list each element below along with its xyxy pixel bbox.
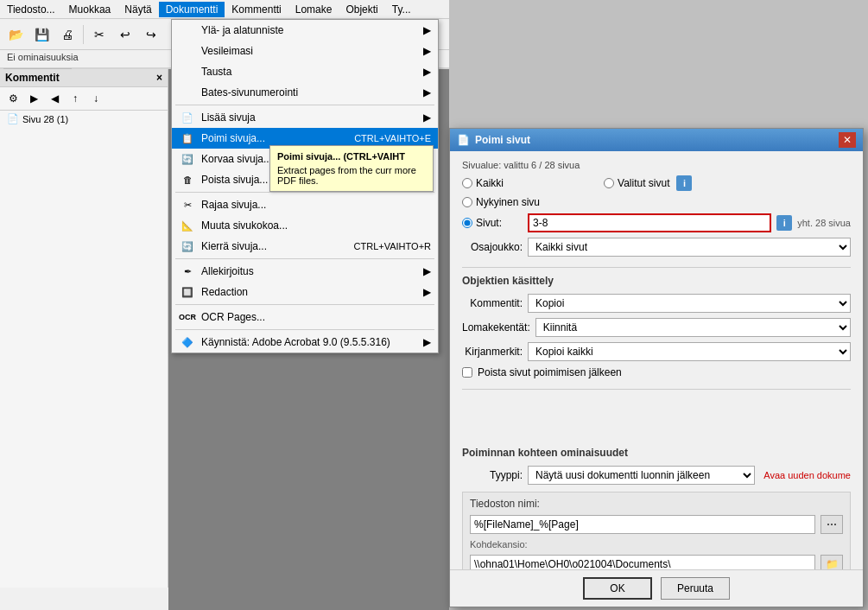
sivut-info: yht. 28 sivua — [797, 218, 851, 228]
kohdekansio-label: Kohdekansio: — [470, 539, 548, 550]
menu-objekti[interactable]: Objekti — [339, 2, 384, 17]
kommentit-select[interactable]: Kopioi — [528, 294, 851, 313]
kierra-sivuja-icon: 🔄 — [179, 239, 196, 253]
dialog-title-icon: 📄 — [457, 134, 470, 146]
poista-sivuja-icon: 🗑 — [179, 173, 196, 187]
side-panel-item[interactable]: 📄 Sivu 28 (1) — [0, 111, 168, 127]
ok-button[interactable]: OK — [583, 577, 652, 600]
side-panel: Kommentit × ⚙ ▶ ◀ ↑ ↓ 📄 Sivu 28 (1) — [0, 69, 168, 588]
undo-button[interactable]: ↩ — [113, 22, 137, 47]
menu-dokumentti[interactable]: Dokumentti — [159, 2, 225, 17]
poimi-sivuja-icon: 📋 — [179, 131, 196, 145]
side-panel-expand-btn[interactable]: ▶ — [24, 89, 43, 108]
tooltip-title: Poimi sivuja... (CTRL+VAIHT — [277, 151, 426, 162]
menu-item-tausta[interactable]: Tausta ▶ — [172, 61, 438, 82]
yla-alatunniste-icon — [179, 23, 196, 37]
save-button[interactable]: 💾 — [29, 22, 54, 47]
acrobat-icon: 🔷 — [179, 335, 196, 349]
radio-nykyinen-input[interactable] — [462, 197, 472, 207]
redo-button[interactable]: ↪ — [139, 22, 163, 47]
menu-item-redaction[interactable]: 🔲 Redaction ▶ — [172, 282, 438, 302]
radio-valitut[interactable]: Valitut sivut i — [604, 175, 692, 191]
menu-sep-2 — [175, 192, 434, 193]
menu-kommentti[interactable]: Kommentti — [225, 2, 288, 17]
side-panel-close-btn[interactable]: × — [156, 72, 162, 84]
radio-kaikki[interactable]: Kaikki — [462, 177, 504, 189]
poista-checkbox[interactable] — [462, 367, 472, 378]
menu-item-kaynnistaacrobat[interactable]: 🔷 Käynnistä: Adobe Acrobat 9.0 (9.5.5.31… — [172, 332, 438, 353]
radio-kaikki-input[interactable] — [462, 178, 472, 188]
lomakekentät-label: Lomakekentät: — [462, 321, 530, 334]
menu-item-yla-alatunniste-label: Ylä- ja alatunniste — [201, 24, 420, 36]
cut-button[interactable]: ✂ — [87, 22, 111, 47]
radio-sivut-label: Sivut: — [476, 217, 502, 229]
peruuta-button[interactable]: Peruuta — [661, 577, 730, 600]
open-button[interactable]: 📂 — [3, 22, 28, 47]
radio-sivut[interactable]: Sivut: — [462, 217, 523, 229]
menu-sep-1 — [175, 105, 434, 105]
sivualue-radio-group2: Nykyinen sivu — [462, 196, 851, 208]
lisaa-sivuja-icon: 📄 — [179, 111, 196, 124]
menu-item-yla-alatunniste[interactable]: Ylä- ja alatunniste ▶ — [172, 20, 438, 41]
objektien-title: Objektien käsittely — [462, 275, 851, 287]
sivut-info-btn[interactable]: i — [776, 215, 792, 231]
vesileimasi-icon — [179, 44, 196, 58]
poimi-sivuja-shortcut: CTRL+VAIHTO+E — [354, 133, 431, 143]
menu-item-kaynnistaacrobat-label: Käynnistä: Adobe Acrobat 9.0 (9.5.5.316) — [201, 336, 420, 348]
menu-item-vesileimasi[interactable]: Vesileimasi ▶ — [172, 41, 438, 61]
poiminta-title: Poiminnan kohteen ominaisuudet — [462, 447, 851, 459]
tausta-arrow-icon: ▶ — [423, 66, 431, 78]
osajoukko-label: Osajoukko: — [462, 241, 523, 253]
menu-lomake[interactable]: Lomake — [288, 2, 339, 17]
menu-ty[interactable]: Ty... — [385, 2, 418, 17]
objektien-section: Objektien käsittely Kommentit: Kopioi Lo… — [462, 275, 851, 378]
divider-2 — [462, 389, 851, 390]
menu-item-allekirjoitus[interactable]: ✒ Allekirjoitus ▶ — [172, 261, 438, 282]
dialog-title: Poimi sivut — [475, 134, 530, 146]
print-button[interactable]: 🖨 — [55, 22, 79, 47]
radio-valitut-input[interactable] — [604, 178, 614, 188]
side-panel-title: Kommentit — [5, 72, 60, 84]
kirjanmerkit-select[interactable]: Kopioi kaikki — [528, 342, 851, 361]
side-panel-collapse-btn[interactable]: ◀ — [45, 89, 64, 108]
side-panel-down-btn[interactable]: ↓ — [86, 89, 105, 108]
side-panel-up-btn[interactable]: ↑ — [66, 89, 85, 108]
tiedoston-nimi-browse-btn[interactable]: ⋯ — [820, 515, 843, 534]
sivut-row: Sivut: 3-8 i yht. 28 sivua — [462, 213, 851, 232]
dialog-poimi-sivut: 📄 Poimi sivut ✕ Sivualue: valittu 6 / 28… — [449, 128, 864, 607]
menu-item-rajaa-sivuja[interactable]: ✂ Rajaa sivuja... — [172, 194, 438, 215]
sivut-input[interactable]: 3-8 — [528, 213, 771, 232]
sivualue-section: Sivualue: valittu 6 / 28 sivua Kaikki Va… — [462, 160, 851, 257]
radio-sivut-input[interactable] — [462, 218, 472, 228]
tiedoston-nimi-input[interactable]: %[FileName]_%[Page] — [470, 515, 815, 534]
app-window: Tiedosto... Muokkaa Näytä Dokumentti Kom… — [0, 0, 449, 610]
allekirjoitus-arrow-icon: ▶ — [423, 265, 431, 277]
menu-item-ocr[interactable]: OCR OCR Pages... — [172, 307, 438, 327]
tooltip-desc: Extract pages from the curr more PDF fil… — [277, 165, 426, 186]
menu-item-muuta-sivukokoa[interactable]: 📐 Muuta sivukokoa... — [172, 215, 438, 236]
menu-item-kierrä-sivuja[interactable]: 🔄 Kierrä sivuja... CTRL+VAIHTO+R — [172, 236, 438, 257]
valitut-info-btn[interactable]: i — [676, 175, 692, 191]
status-text: Ei ominaisuuksia — [7, 52, 79, 62]
radio-nykyinen[interactable]: Nykyinen sivu — [462, 196, 540, 208]
radio-valitut-label: Valitut sivut — [618, 177, 669, 189]
dialog-close-button[interactable]: ✕ — [839, 132, 856, 148]
side-panel-settings-btn[interactable]: ⚙ — [3, 89, 22, 108]
avaa-uuden-text: Avaa uuden dokume — [763, 470, 851, 480]
menu-näytä[interactable]: Näytä — [117, 2, 158, 17]
toolbar-sep1 — [83, 25, 84, 44]
sivualue-title: Sivualue: valittu 6 / 28 sivua — [462, 160, 851, 170]
menu-tiedosto[interactable]: Tiedosto... — [0, 2, 62, 17]
menu-item-bates[interactable]: Bates-sivunumerointi ▶ — [172, 82, 438, 103]
redaction-icon: 🔲 — [179, 285, 196, 299]
menu-muokkaa[interactable]: Muokkaa — [62, 2, 118, 17]
lomakekentät-select[interactable]: Kiinnitä — [535, 318, 851, 337]
tiedoston-nimi-label: Tiedoston nimi: — [470, 498, 843, 510]
kaynnistaacrobat-arrow-icon: ▶ — [423, 336, 431, 348]
osajoukko-select[interactable]: Kaikki sivut — [528, 238, 851, 257]
tyyppi-select[interactable]: Näytä uusi dokumentti luonnin jälkeen — [528, 466, 755, 485]
muuta-sivukokoa-icon: 📐 — [179, 219, 196, 232]
menu-item-redaction-label: Redaction — [201, 286, 420, 298]
menu-item-lisaa-sivuja[interactable]: 📄 Lisää sivuja ▶ — [172, 107, 438, 128]
menu-sep-3 — [175, 258, 434, 259]
